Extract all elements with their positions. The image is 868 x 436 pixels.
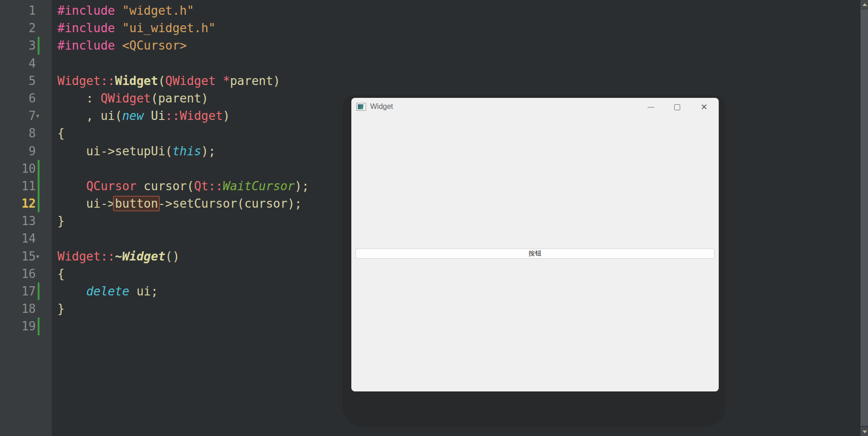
- code-token: [57, 179, 86, 193]
- code-token: QWidget: [101, 91, 151, 105]
- minimize-button[interactable]: [642, 102, 660, 113]
- code-token: "ui_widget.h": [122, 21, 216, 35]
- code-token: #include: [57, 39, 115, 52]
- code-token: ::: [209, 179, 223, 193]
- code-token: :: [57, 91, 101, 105]
- code-token: [115, 21, 122, 35]
- code-token: }: [57, 214, 65, 228]
- code-token: QWidget: [165, 74, 216, 88]
- code-token: (): [165, 249, 180, 263]
- code-token: (: [158, 74, 165, 88]
- app-window[interactable]: Widget ✕ 按钮: [351, 98, 719, 391]
- code-token: ::: [101, 74, 115, 88]
- code-token: , ui(: [57, 109, 122, 123]
- code-token: QCursor: [86, 179, 137, 193]
- window-titlebar[interactable]: Widget ✕: [351, 98, 719, 115]
- arrow-down-icon: [862, 430, 867, 433]
- code-token: [144, 109, 151, 123]
- window-title: Widget: [370, 98, 393, 115]
- code-token: #include: [57, 21, 115, 35]
- code-line[interactable]: #include <QCursor>: [0, 37, 860, 54]
- close-button[interactable]: ✕: [695, 102, 713, 113]
- push-button-label: 按钮: [529, 249, 541, 258]
- code-token: new: [122, 109, 144, 123]
- code-token: delete: [86, 284, 130, 298]
- code-token: <QCursor>: [122, 39, 187, 52]
- code-token: Widget: [57, 249, 101, 263]
- close-icon: ✕: [700, 103, 707, 111]
- code-token: ::: [165, 109, 180, 123]
- code-line[interactable]: #include "widget.h": [0, 2, 860, 19]
- code-token: Qt: [194, 179, 208, 193]
- app-window-icon-sliver: [364, 104, 365, 107]
- code-token: ui->: [57, 197, 115, 210]
- code-token: ::: [101, 249, 115, 263]
- code-token: );: [295, 179, 309, 193]
- code-token: ui;: [130, 284, 158, 298]
- code-token: parent): [230, 74, 281, 88]
- scroll-down-button[interactable]: [861, 427, 868, 436]
- scroll-up-button[interactable]: [861, 0, 868, 9]
- maximize-icon: [674, 104, 680, 110]
- code-token: cursor(: [136, 179, 194, 193]
- scrollbar-thumb[interactable]: [861, 10, 868, 426]
- code-token: ->setCursor(cursor);: [158, 197, 302, 210]
- code-token: }: [57, 302, 65, 316]
- code-token: [115, 39, 122, 52]
- code-line[interactable]: [0, 55, 860, 72]
- code-token: );: [201, 144, 215, 158]
- code-token: WaitCursor: [223, 179, 295, 193]
- code-token: {: [57, 126, 65, 140]
- code-token: (parent): [151, 91, 209, 105]
- code-token: [215, 74, 223, 88]
- arrow-up-icon: [862, 3, 867, 6]
- minimize-icon: [648, 107, 654, 108]
- vertical-scrollbar[interactable]: [860, 0, 868, 436]
- code-token: ~Widget: [115, 249, 165, 263]
- app-window-icon-pane: [358, 104, 363, 109]
- code-token: "widget.h": [122, 4, 194, 17]
- code-token: *: [223, 74, 230, 88]
- code-token: [115, 4, 122, 17]
- code-token: Widget: [115, 74, 158, 88]
- code-token: {: [57, 267, 65, 281]
- code-token: Ui: [151, 109, 165, 123]
- code-token: Widget: [57, 74, 101, 88]
- code-line[interactable]: #include "ui_widget.h": [0, 19, 860, 37]
- code-token: [57, 284, 86, 298]
- maximize-button[interactable]: [668, 102, 686, 113]
- code-token: ui->setupUi(: [57, 144, 172, 158]
- code-line[interactable]: Widget::Widget(QWidget *parent): [0, 72, 860, 90]
- app-window-icon: [356, 103, 366, 111]
- push-button[interactable]: 按钮: [355, 249, 715, 259]
- code-token: #include: [57, 4, 115, 17]
- code-token: ): [223, 109, 230, 123]
- code-token: this: [172, 144, 201, 158]
- code-token: Widget: [180, 109, 223, 123]
- highlighted-token: button: [113, 196, 160, 211]
